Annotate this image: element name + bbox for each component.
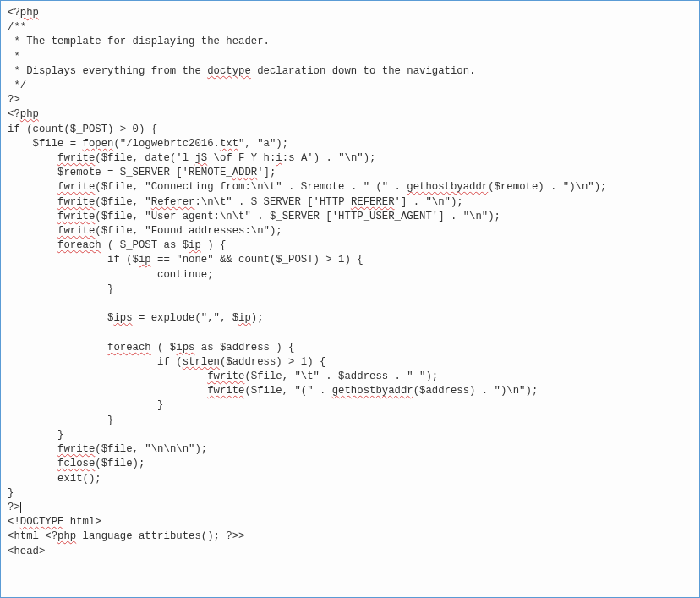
- code-line: fwrite($file, date('l jS \of F Y h:i:s A…: [8, 152, 375, 164]
- code-line: ?>: [8, 502, 21, 513]
- code-line: fclose($file);: [8, 458, 145, 469]
- code-line: <head>: [8, 546, 45, 557]
- code-line: }: [8, 399, 163, 411]
- code-line: exit();: [8, 473, 101, 485]
- code-line: }: [8, 283, 113, 295]
- code-line: <?php: [8, 108, 39, 120]
- code-line: }: [8, 487, 14, 499]
- code-line: continue;: [8, 269, 214, 281]
- code-line: <?php: [8, 7, 39, 19]
- code-line: * Displays everything from the doctype d…: [8, 65, 475, 77]
- code-line: $remote = $_SERVER ['REMOTE_ADDR'];: [8, 167, 276, 178]
- code-line: <!DOCTYPE html>: [8, 516, 101, 528]
- code-line: fwrite($file, "Connecting from:\n\t" . $…: [8, 181, 606, 193]
- code-line: *: [8, 51, 20, 63]
- code-line: foreach ( $ips as $address ) {: [8, 342, 294, 354]
- code-line: fwrite($file, "\n\n\n");: [8, 443, 207, 455]
- code-line: /**: [8, 21, 26, 33]
- text-cursor: [20, 502, 21, 513]
- code-line: foreach ( $_POST as $ip ) {: [8, 239, 226, 251]
- code-line: }: [8, 429, 63, 441]
- code-line: fwrite($file, "Found addresses:\n");: [8, 225, 282, 237]
- code-line: fwrite($file, "\t" . $address . " ");: [8, 370, 438, 382]
- code-line: fwrite($file, "User agent:\n\t" . $_SERV…: [8, 211, 500, 222]
- code-line: <html <?php language_attributes(); ?>>: [8, 530, 244, 542]
- code-line: fwrite($file, "Referer:\n\t" . $_SERVER …: [8, 196, 463, 208]
- code-line: $ips = explode(",", $ip);: [8, 312, 264, 324]
- code-line: * The template for displaying the header…: [8, 36, 270, 47]
- code-line: $file = fopen("/logwebrtc2016.txt", "a")…: [8, 138, 288, 150]
- code-line: if ($ip == "none" && count($_POST) > 1) …: [8, 254, 364, 266]
- code-line: if (strlen($address) > 1) {: [8, 356, 325, 368]
- code-line: }: [8, 414, 113, 426]
- code-line: fwrite($file, "(" . gethostbyaddr($addre…: [8, 385, 538, 397]
- code-line: */: [8, 80, 26, 91]
- code-content[interactable]: <?php /** * The template for displaying …: [8, 6, 692, 559]
- code-editor-pane[interactable]: <?php /** * The template for displaying …: [0, 0, 700, 598]
- code-line: ?>: [8, 94, 20, 106]
- code-line: if (count($_POST) > 0) {: [8, 123, 157, 135]
